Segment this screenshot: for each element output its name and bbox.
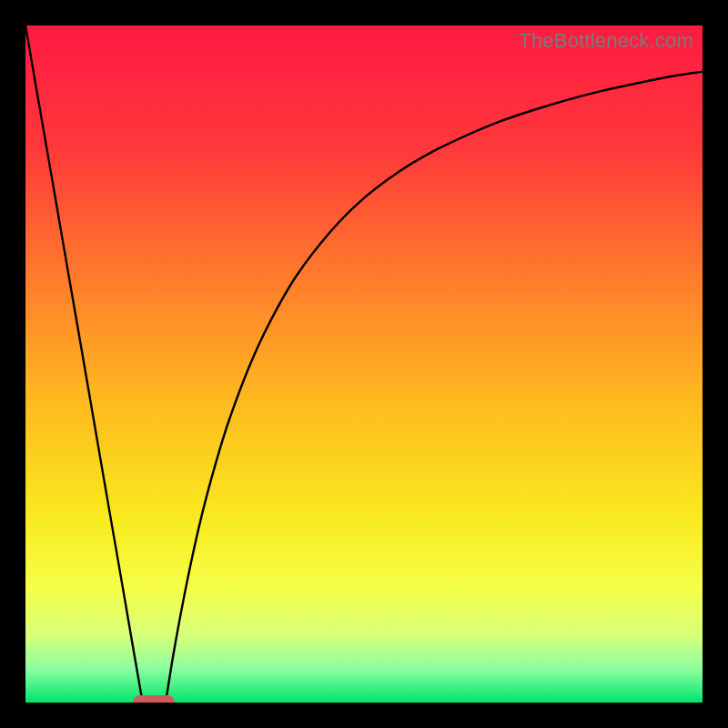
watermark-text: TheBottleneck.com <box>519 29 693 53</box>
chart-frame: TheBottleneck.com <box>0 0 728 728</box>
bottleneck-marker <box>133 695 175 703</box>
curve-left <box>25 25 143 703</box>
curve-layer <box>25 25 703 703</box>
plot-area: TheBottleneck.com <box>25 25 703 703</box>
curve-right <box>166 72 703 703</box>
